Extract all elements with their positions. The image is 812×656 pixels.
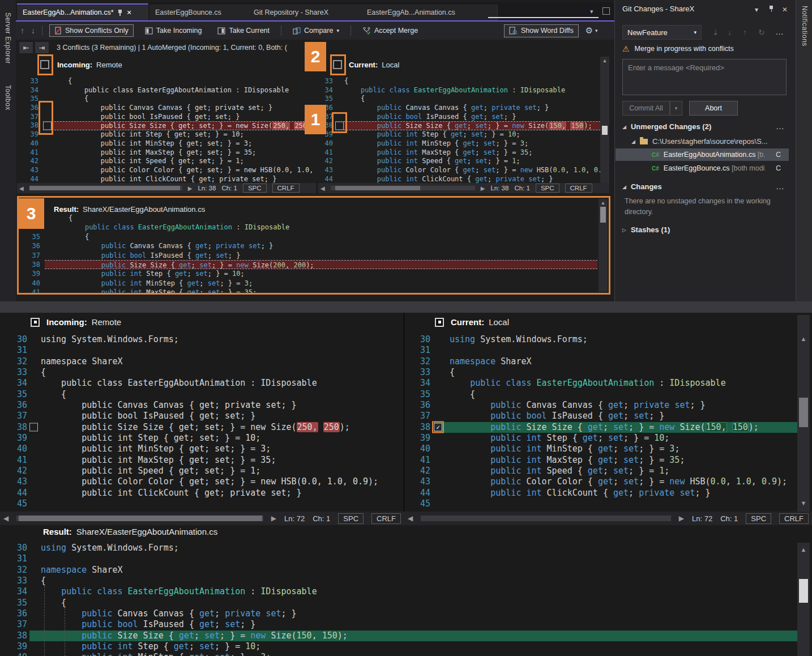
stashes-header[interactable]: ▷ Stashes (1) <box>622 225 670 234</box>
h-scrollbar[interactable] <box>29 186 182 190</box>
incoming-take-all-checkbox[interactable] <box>31 318 40 327</box>
git-actions-ellipsis-icon[interactable]: … <box>775 27 784 36</box>
scroll-left-icon[interactable]: ◀ <box>320 185 325 191</box>
spaces-toggle[interactable]: SPC <box>746 513 771 524</box>
pin-icon[interactable] <box>769 6 774 12</box>
gutter <box>29 631 41 641</box>
current-take-all-checkbox[interactable] <box>435 318 444 327</box>
h-scrollbar[interactable] <box>16 516 263 521</box>
line-ending-toggle[interactable]: CRLF <box>371 513 401 524</box>
scroll-left-icon[interactable]: ◀ <box>3 514 8 522</box>
tab-easteregg-animation-active[interactable]: EasterEggAb...Animation.cs* ✕ <box>17 3 148 20</box>
scrollbar-thumb[interactable] <box>335 186 420 190</box>
scrollbar-thumb[interactable] <box>19 516 262 521</box>
line-ending-toggle[interactable]: CRLF <box>779 513 809 524</box>
result-code-pane[interactable]: { public class EasterEggAboutAnimation :… <box>19 214 597 293</box>
go-first-conflict-icon[interactable]: ⇤ <box>19 42 33 53</box>
expanded-icon: ◢ <box>631 139 635 144</box>
gutter <box>29 367 41 378</box>
result-vertical-scrollbar[interactable]: ▲ <box>797 543 810 656</box>
toolbar-separator <box>351 25 351 36</box>
h-scrollbar[interactable] <box>421 516 671 521</box>
line-merge-checkbox[interactable]: ✓ <box>434 423 442 432</box>
scroll-right-icon[interactable]: ▶ <box>679 514 684 522</box>
take-incoming-button[interactable]: Take Incoming <box>140 25 207 36</box>
show-word-diffs-button[interactable]: Show Word Diffs <box>504 24 579 37</box>
indent-guide <box>65 608 65 656</box>
scrollbar-thumb[interactable] <box>600 207 606 223</box>
fetch-icon[interactable]: ⇣ <box>712 28 719 37</box>
current-code-pane[interactable]: 33{34 public class EasterEggAboutAnimati… <box>318 77 600 183</box>
commit-message-input[interactable] <box>623 59 786 95</box>
branch-selector[interactable]: NewFeature ▾ <box>622 25 702 40</box>
spaces-toggle[interactable]: SPC <box>536 184 559 193</box>
unmerged-file-row[interactable]: C# EasterEggBounce.cs [both modi... C <box>616 162 789 174</box>
current-code-pane[interactable]: 30using System.Windows.Forms;3132namespa… <box>404 334 797 512</box>
close-icon[interactable]: ✕ <box>127 9 132 16</box>
code-line: 37 public bool IsPaused { get; set; } <box>19 251 597 260</box>
scroll-right-icon[interactable]: ▶ <box>188 185 193 191</box>
show-conflicts-only-button[interactable]: Show Conflicts Only <box>49 24 134 37</box>
scrollbar-thumb[interactable] <box>602 126 608 135</box>
code-line: 39 public int Step { get; set; } = 10; <box>17 130 316 139</box>
sync-icon[interactable]: ↻ <box>758 28 765 37</box>
scrollbar-thumb[interactable] <box>799 398 808 427</box>
window-layout-icon[interactable] <box>602 7 610 15</box>
take-current-button[interactable]: Take Current <box>213 25 274 36</box>
chevron-down-icon[interactable]: ▾ <box>755 6 758 14</box>
scroll-up-icon[interactable]: ▲ <box>600 58 609 63</box>
sidebar-item-toolbox[interactable]: Toolbox <box>4 85 12 110</box>
line-ending-toggle[interactable]: CRLF <box>272 184 300 193</box>
scroll-left-icon[interactable]: ◀ <box>19 185 24 191</box>
h-scrollbar[interactable] <box>331 186 475 190</box>
unmerged-ellipsis-icon[interactable]: … <box>776 121 784 131</box>
result-code-pane[interactable]: 30using System.Windows.Forms;3132namespa… <box>0 543 797 656</box>
go-last-conflict-icon[interactable]: ⇥ <box>35 42 49 53</box>
scroll-up-icon[interactable]: ▲ <box>797 335 810 342</box>
gear-icon[interactable]: ⚙ <box>586 25 593 36</box>
line-ending-toggle[interactable]: CRLF <box>565 184 592 193</box>
compare-button[interactable]: Compare ▾ <box>288 25 344 36</box>
current-vertical-scrollbar[interactable]: ▲ <box>600 57 609 183</box>
chevron-down-icon[interactable]: ▾ <box>595 28 598 33</box>
document-dropdown-icon[interactable]: ▾ <box>590 8 593 15</box>
scroll-left-icon[interactable]: ◀ <box>408 514 413 522</box>
changes-ellipsis-icon[interactable]: … <box>776 181 784 191</box>
repo-folder-row[interactable]: ◢ C:\Users\tagherfa\source\repos\S... <box>631 137 768 146</box>
unmerged-changes-header[interactable]: ◢ Unmerged Changes (2) <box>622 122 711 131</box>
result-vertical-scrollbar[interactable]: ▲ <box>599 199 608 292</box>
changes-header[interactable]: ◢ Changes <box>622 182 662 191</box>
commit-all-button[interactable]: Commit All <box>622 101 670 116</box>
incoming-code-pane[interactable]: 30using System.Windows.Forms;3132namespa… <box>0 334 404 512</box>
scrollbar-thumb[interactable] <box>29 186 180 190</box>
line-merge-checkbox[interactable] <box>29 423 38 432</box>
scroll-down-icon[interactable]: ▼ <box>797 500 810 506</box>
previous-conflict-icon[interactable]: ↑ <box>20 26 24 35</box>
gutter <box>29 488 41 499</box>
abort-button[interactable]: Abort <box>689 101 738 116</box>
push-icon[interactable]: ↑ <box>743 28 747 37</box>
code-line: 39 public int Step { get; set; } = 10; <box>0 641 797 652</box>
gutter <box>434 367 448 378</box>
scroll-right-icon[interactable]: ▶ <box>271 514 276 522</box>
sidebar-item-server-explorer[interactable]: Server Explorer <box>4 12 12 64</box>
scrollbar-thumb[interactable] <box>799 579 808 603</box>
accept-merge-button[interactable]: Accept Merge <box>358 25 422 36</box>
tab-easteregg-animation[interactable]: EasterEggAb...Animation.cs <box>361 5 498 20</box>
scroll-right-icon[interactable]: ▶ <box>481 185 485 191</box>
spaces-toggle[interactable]: SPC <box>338 513 364 524</box>
current-vertical-scrollbar[interactable]: ▲ ▼ <box>797 315 810 512</box>
incoming-code-pane[interactable]: 33{34 public class EasterEggAboutAnimati… <box>17 77 316 183</box>
scroll-up-icon[interactable]: ▲ <box>797 546 810 553</box>
sidebar-item-notifications[interactable]: Notifications <box>801 6 809 46</box>
commit-all-dropdown[interactable]: ▾ <box>670 101 682 116</box>
pin-icon[interactable] <box>118 10 123 16</box>
unmerged-file-row[interactable]: C# EasterEggAboutAnimation.cs [b... C <box>616 148 789 161</box>
spaces-toggle[interactable]: SPC <box>243 184 267 193</box>
close-icon[interactable]: ✕ <box>782 6 788 14</box>
next-conflict-icon[interactable]: ↓ <box>31 26 35 35</box>
pull-icon[interactable]: ↓ <box>728 28 732 37</box>
tab-easteregg-bounce[interactable]: EasterEggBounce.cs <box>149 5 259 20</box>
tab-git-repository[interactable]: Git Repository - ShareX <box>248 5 372 20</box>
scroll-up-icon[interactable]: ▲ <box>599 200 608 206</box>
